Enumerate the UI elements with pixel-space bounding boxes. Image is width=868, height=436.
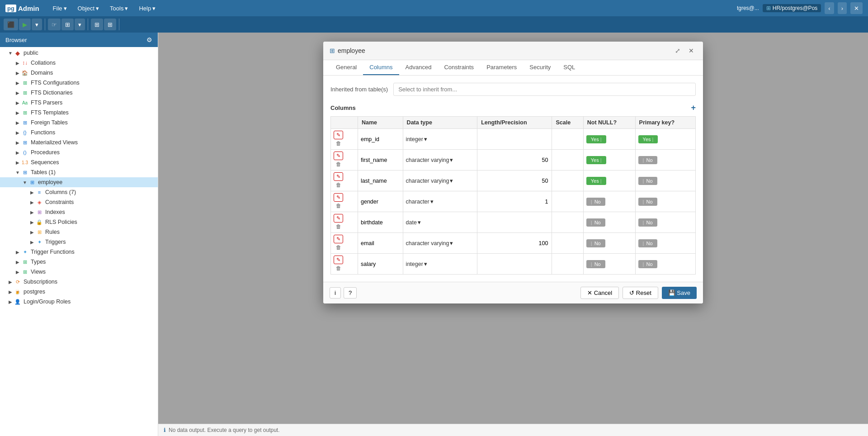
type-dropdown-email[interactable]: ▾ (450, 240, 453, 246)
tree-label-domains: Domains (31, 70, 53, 76)
toolbar-more2-btn[interactable]: ⊞ (104, 19, 116, 30)
reset-button[interactable]: ↺ Reset (623, 287, 658, 299)
toolbar-grid-btn[interactable]: ⊞ (61, 19, 74, 30)
tree-item-functions[interactable]: ▶ {} Functions (0, 128, 158, 137)
tree-item-tables[interactable]: ▼ ⊞ Tables (1) (0, 167, 158, 177)
add-column-btn[interactable]: + (691, 103, 696, 113)
tab-advanced[interactable]: Advanced (399, 60, 438, 75)
delete-salary-btn[interactable]: 🗑 (334, 264, 344, 272)
pk-toggle-birthdate[interactable]: No (638, 218, 657, 227)
edit-lastname-btn[interactable]: ✎ (334, 172, 343, 181)
tab-parameters[interactable]: Parameters (480, 60, 523, 75)
tree-item-fts-dict[interactable]: ▶ ⊞ FTS Dictionaries (0, 88, 158, 98)
tree-item-types[interactable]: ▶ ⊞ Types (0, 257, 158, 267)
delete-birthdate-btn[interactable]: 🗑 (334, 223, 344, 231)
tree-item-subscriptions[interactable]: ▶ ⟳ Subscriptions (0, 277, 158, 287)
tree-item-views[interactable]: ▶ ⊞ Views (0, 267, 158, 277)
toolbar-run-dropdown[interactable]: ▾ (32, 19, 42, 30)
notnull-toggle-email[interactable]: No (586, 239, 605, 247)
type-dropdown-gender[interactable]: ▾ (430, 198, 434, 205)
edit-salary-btn[interactable]: ✎ (334, 256, 343, 264)
inherit-select[interactable] (393, 83, 696, 96)
edit-email-btn[interactable]: ✎ (334, 235, 343, 243)
fts-config-icon: ⊞ (21, 79, 29, 87)
tree-item-fts-config[interactable]: ▶ ⊞ FTS Configurations (0, 78, 158, 88)
menu-object[interactable]: Object ▾ (73, 3, 104, 14)
menu-tools[interactable]: Tools ▾ (105, 3, 132, 14)
tab-sql[interactable]: SQL (557, 60, 581, 75)
tree-item-matviews[interactable]: ▶ ⊞ Materialized Views (0, 137, 158, 147)
toolbar-more1-btn[interactable]: ⊞ (91, 19, 103, 30)
tab-general[interactable]: General (330, 60, 363, 75)
nav-close-btn[interactable]: ✕ (850, 2, 863, 14)
type-dropdown-empid[interactable]: ▾ (424, 136, 427, 142)
tree-item-roles[interactable]: ▶ 👤 Login/Group Roles (0, 297, 158, 307)
menu-help[interactable]: Help ▾ (134, 3, 160, 14)
delete-email-btn[interactable]: 🗑 (334, 243, 344, 251)
tree-item-public[interactable]: ▼ ◆ public (0, 48, 158, 58)
tree-item-sequences[interactable]: ▶ 1.3 Sequences (0, 157, 158, 167)
tab-columns[interactable]: Columns (363, 60, 399, 75)
delete-gender-btn[interactable]: 🗑 (334, 202, 344, 210)
col-length-salary (477, 254, 552, 275)
footer-right: ✕ Cancel ↺ Reset 💾 Save (580, 287, 697, 299)
pk-toggle-gender[interactable]: No (638, 198, 657, 206)
edit-gender-btn[interactable]: ✎ (334, 193, 343, 202)
delete-empid-btn[interactable]: 🗑 (334, 139, 344, 147)
edit-firstname-btn[interactable]: ✎ (334, 152, 343, 160)
tree-item-trigger-functions[interactable]: ▶ ✦ Trigger Functions (0, 247, 158, 257)
col-scale-salary (552, 254, 583, 275)
notnull-toggle-empid[interactable]: Yes (586, 135, 606, 143)
type-dropdown-lastname[interactable]: ▾ (450, 177, 453, 184)
pk-toggle-firstname[interactable]: No (638, 156, 657, 164)
tree-item-columns[interactable]: ▶ ≡ Columns (7) (0, 187, 158, 197)
toolbar-cursor-btn[interactable]: ☞ (48, 19, 61, 30)
nav-forward-btn[interactable]: › (838, 2, 847, 14)
pk-toggle-email[interactable]: No (638, 239, 657, 247)
modal-expand-btn[interactable]: ⤢ (672, 46, 683, 55)
help-button[interactable]: ? (344, 287, 357, 299)
delete-lastname-btn[interactable]: 🗑 (334, 181, 344, 189)
type-dropdown-birthdate[interactable]: ▾ (418, 219, 421, 226)
toolbar-run-btn[interactable]: ▶ (19, 19, 31, 30)
delete-firstname-btn[interactable]: 🗑 (334, 160, 344, 168)
tree-item-constraints[interactable]: ▶ ◈ Constraints (0, 197, 158, 207)
type-dropdown-salary[interactable]: ▾ (424, 261, 427, 267)
tree-item-fts-templates[interactable]: ▶ ⊞ FTS Templates (0, 108, 158, 118)
tab-constraints[interactable]: Constraints (438, 60, 480, 75)
toolbar-grid-dropdown[interactable]: ▾ (75, 19, 85, 30)
info-button[interactable]: i (330, 287, 341, 299)
tree-item-indexes[interactable]: ▶ ⊞ Indexes (0, 207, 158, 217)
tree-item-rls[interactable]: ▶ 🔒 RLS Policies (0, 217, 158, 227)
tree-item-foreign-tables[interactable]: ▶ ⊞ Foreign Tables (0, 118, 158, 128)
notnull-toggle-firstname[interactable]: Yes (586, 156, 606, 164)
cancel-button[interactable]: ✕ Cancel (580, 287, 619, 299)
edit-empid-btn[interactable]: ✎ (334, 131, 343, 139)
save-button[interactable]: 💾 Save (662, 287, 697, 299)
tree-item-domains[interactable]: ▶ 🏠 Domains (0, 68, 158, 78)
tree-item-procedures[interactable]: ▶ () Procedures (0, 147, 158, 157)
triggers-icon: ✦ (35, 238, 43, 246)
pk-toggle-salary[interactable]: No (638, 260, 657, 268)
tab-security[interactable]: Security (523, 60, 557, 75)
notnull-toggle-lastname[interactable]: Yes (586, 177, 606, 185)
nav-back-btn[interactable]: ‹ (825, 2, 834, 14)
notnull-toggle-gender[interactable]: No (586, 198, 605, 206)
toolbar-stop-btn[interactable]: ⬛ (4, 19, 18, 30)
menu-file[interactable]: File ▾ (48, 3, 71, 14)
tree-item-rules[interactable]: ▶ ⊞ Rules (0, 227, 158, 237)
tree-item-fts-parsers[interactable]: ▶ Aa FTS Parsers (0, 98, 158, 108)
type-dropdown-firstname[interactable]: ▾ (450, 156, 453, 163)
modal-close-btn[interactable]: ✕ (686, 46, 697, 55)
edit-birthdate-btn[interactable]: ✎ (334, 214, 343, 223)
pk-toggle-empid[interactable]: Yes (638, 135, 658, 143)
sidebar-settings-btn[interactable]: ⚙ (146, 36, 152, 43)
tree-item-employee[interactable]: ▼ ⊞ employee (0, 177, 158, 187)
notnull-toggle-salary[interactable]: No (586, 260, 605, 268)
tree-item-triggers[interactable]: ▶ ✦ Triggers (0, 237, 158, 247)
notnull-toggle-birthdate[interactable]: No (586, 218, 605, 227)
pk-toggle-lastname[interactable]: No (638, 177, 657, 185)
tree-item-collations[interactable]: ▶ ↕↓ Collations (0, 58, 158, 68)
tree-item-postgres[interactable]: ▶ 🍺 postgres (0, 287, 158, 297)
modal-footer: i ? ✕ Cancel ↺ Reset 💾 Save (323, 282, 703, 303)
